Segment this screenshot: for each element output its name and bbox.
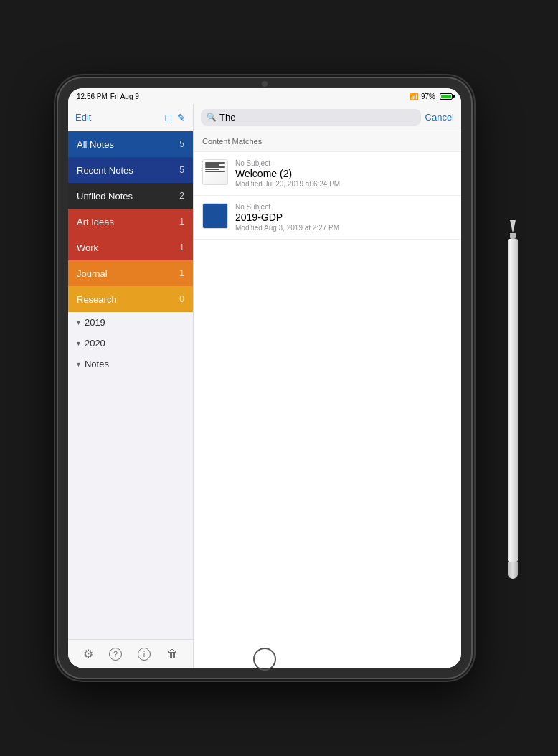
thumb-line: [205, 166, 225, 168]
ipad-device: 12:56 PM Fri Aug 9 📶 97% Edit: [57, 77, 501, 679]
edit-button[interactable]: Edit: [75, 112, 91, 123]
art-ideas-count: 1: [179, 217, 184, 227]
app-content: Edit □ ✎ 🔍 Cancel: [68, 104, 461, 668]
sidebar-footer: ⚙ ? i 🗑: [68, 639, 193, 668]
unfiled-notes-count: 2: [179, 191, 184, 201]
note-subject-welcome: No Subject: [235, 159, 453, 167]
sidebar-group-notes[interactable]: ▼ Notes: [68, 354, 193, 374]
note-date-gdp: Modified Aug 3, 2019 at 2:27 PM: [235, 224, 453, 232]
status-left: 12:56 PM Fri Aug 9: [77, 93, 139, 100]
note-date-welcome: Modified Jul 20, 2019 at 6:24 PM: [235, 180, 453, 188]
sidebar-item-recent-notes[interactable]: Recent Notes 5: [68, 157, 193, 183]
main-layout: All Notes 5 Recent Notes 5 Unfiled Notes…: [68, 131, 461, 668]
note-subject-gdp: No Subject: [235, 203, 453, 211]
pencil-tip: [510, 220, 516, 233]
note-info-welcome: No Subject Welcome (2) Modified Jul 20, …: [235, 159, 453, 188]
chevron-down-icon-notes: ▼: [75, 361, 82, 368]
trash-icon[interactable]: 🗑: [166, 648, 178, 661]
sidebar-group-2019[interactable]: ▼ 2019: [68, 312, 193, 333]
note-item-welcome[interactable]: No Subject Welcome (2) Modified Jul 20, …: [194, 152, 461, 196]
battery-percent: 97%: [421, 93, 435, 100]
thumb-line: [205, 162, 225, 164]
search-input[interactable]: [219, 112, 415, 123]
compose-icon[interactable]: ✎: [177, 112, 186, 123]
info-icon[interactable]: i: [138, 648, 151, 661]
work-label: Work: [77, 242, 98, 253]
status-right: 📶 97%: [410, 93, 453, 100]
ipad-frame: 12:56 PM Fri Aug 9 📶 97% Edit: [57, 77, 473, 679]
journal-count: 1: [179, 268, 184, 278]
status-bar: 12:56 PM Fri Aug 9 📶 97%: [68, 88, 461, 104]
chevron-down-icon-2019: ▼: [75, 319, 82, 326]
sidebar-item-research[interactable]: Research 0: [68, 286, 193, 312]
journal-label: Journal: [77, 268, 108, 279]
battery-fill: [441, 95, 451, 98]
work-count: 1: [179, 242, 184, 252]
all-notes-label: All Notes: [77, 139, 114, 150]
share-icon[interactable]: □: [166, 112, 171, 123]
recent-notes-label: Recent Notes: [77, 165, 133, 176]
research-count: 0: [179, 294, 184, 304]
thumb-line: [205, 164, 219, 166]
ipad-screen: 12:56 PM Fri Aug 9 📶 97% Edit: [68, 88, 461, 668]
time-display: 12:56 PM: [77, 93, 108, 100]
pencil-barrel: [508, 239, 518, 562]
home-button[interactable]: [253, 648, 276, 671]
group-2020-label: 2020: [85, 338, 105, 349]
note-title-welcome: Welcome (2): [235, 168, 453, 179]
thumb-line: [205, 171, 225, 172]
wifi-icon: 📶: [410, 93, 418, 100]
settings-icon[interactable]: ⚙: [83, 647, 93, 661]
group-2019-label: 2019: [85, 317, 105, 328]
search-bar: 🔍 Cancel: [194, 109, 461, 126]
sidebar-item-journal[interactable]: Journal 1: [68, 260, 193, 286]
battery-icon: [440, 93, 453, 100]
group-notes-label: Notes: [85, 359, 109, 369]
date-display: Fri Aug 9: [110, 93, 139, 100]
note-thumbnail-gdp: [202, 203, 228, 229]
sidebar-item-art-ideas[interactable]: Art Ideas 1: [68, 209, 193, 235]
sidebar-item-all-notes[interactable]: All Notes 5: [68, 131, 193, 157]
recent-notes-count: 5: [179, 165, 184, 175]
search-icon: 🔍: [207, 113, 217, 122]
note-item-gdp[interactable]: No Subject 2019-GDP Modified Aug 3, 2019…: [194, 196, 461, 240]
research-label: Research: [77, 294, 117, 305]
note-title-gdp: 2019-GDP: [235, 212, 453, 223]
sidebar-toolbar: Edit □ ✎: [68, 104, 194, 131]
sidebar: All Notes 5 Recent Notes 5 Unfiled Notes…: [68, 131, 194, 668]
help-icon[interactable]: ?: [109, 648, 122, 661]
front-camera: [262, 81, 268, 87]
cancel-button[interactable]: Cancel: [425, 112, 454, 123]
apple-pencil: [480, 220, 523, 593]
chevron-down-icon-2020: ▼: [75, 340, 82, 347]
pencil-cap: [508, 562, 518, 579]
unfiled-notes-label: Unfiled Notes: [77, 191, 133, 202]
pencil-body: [506, 220, 519, 579]
content-pane: Content Matches No Subject: [194, 131, 461, 668]
thumb-line: [205, 169, 219, 170]
sidebar-group-2020[interactable]: ▼ 2020: [68, 333, 193, 354]
sidebar-item-unfiled-notes[interactable]: Unfiled Notes 2: [68, 183, 193, 209]
all-notes-count: 5: [179, 139, 184, 149]
content-matches-header: Content Matches: [194, 131, 461, 152]
sidebar-item-work[interactable]: Work 1: [68, 235, 193, 260]
pencil-tip-metal: [510, 233, 516, 239]
toolbar-icons: □ ✎: [166, 112, 186, 123]
top-toolbar: Edit □ ✎ 🔍 Cancel: [68, 104, 461, 131]
note-info-gdp: No Subject 2019-GDP Modified Aug 3, 2019…: [235, 203, 453, 232]
note-thumbnail-welcome: [202, 159, 228, 185]
search-input-wrapper: 🔍: [201, 109, 421, 126]
art-ideas-label: Art Ideas: [77, 217, 114, 227]
